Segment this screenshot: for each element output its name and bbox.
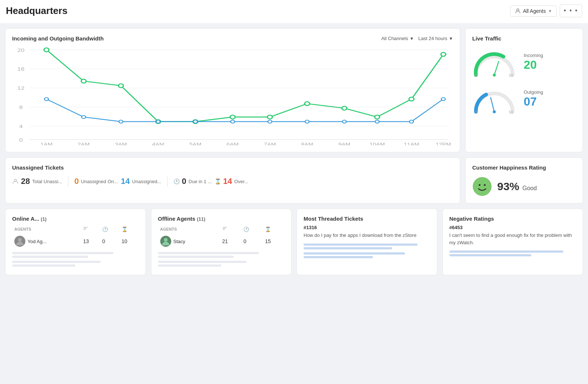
outgoing-value: 07: [524, 95, 576, 109]
unassigned-count: 14: [121, 177, 130, 186]
svg-line-53: [491, 97, 494, 112]
channels-filter-button[interactable]: All Channels ▼: [381, 36, 414, 41]
outgoing-gauge: 0 50: [472, 84, 516, 114]
offline-agents-title: Offline Agents (11): [158, 216, 285, 222]
offline-agent-name-cell: Stacy: [158, 234, 220, 249]
time-filter-button[interactable]: Last 24 hours ▼: [418, 36, 453, 41]
due-stat: 🕐 0 Due in 1 ...: [173, 177, 212, 186]
unassigned-stat: 14 Unassigned...: [121, 177, 161, 186]
online-agent-tickets: 13: [81, 234, 100, 249]
svg-text:2AM: 2AM: [78, 142, 90, 145]
online-agent-over: 10: [119, 234, 139, 249]
online-agent-due: 0: [100, 234, 119, 249]
offline-agent-avatar: [160, 236, 171, 247]
offline-agents-col-header: AGENTS: [158, 225, 220, 234]
svg-point-57: [14, 179, 17, 181]
svg-point-60: [484, 184, 486, 186]
skeleton-11: [304, 252, 405, 255]
svg-point-62: [164, 238, 168, 242]
svg-point-40: [156, 120, 160, 123]
outgoing-gauge-section: 0 50 Outgoing 07: [472, 84, 576, 114]
happiness-card: Customer Happiness Rating 93% Good: [465, 157, 583, 203]
incoming-gauge: 0 50: [472, 47, 516, 77]
online-agent-name: Yod Ag...: [28, 239, 47, 244]
svg-point-38: [82, 115, 86, 118]
agents-col-header: AGENTS: [12, 225, 81, 234]
svg-point-35: [409, 97, 414, 101]
svg-point-27: [118, 84, 123, 88]
skeleton-8: [158, 264, 221, 267]
offline-hourglass-icon: ⌛: [265, 227, 271, 232]
outgoing-gauge-info: Outgoing 07: [524, 89, 576, 109]
online-agent-name-cell: Yod Ag...: [12, 234, 81, 249]
happiness-content: 93% Good: [472, 177, 576, 196]
svg-text:11AM: 11AM: [404, 142, 419, 145]
skeleton-4: [12, 264, 75, 267]
more-options-button[interactable]: • • •: [560, 4, 582, 17]
dashboard-grid: Incoming and Outgoing Bandwidth All Chan…: [0, 23, 588, 280]
unassigned-title: Unassigned Tickets: [12, 164, 453, 171]
time-label: Last 24 hours: [418, 36, 447, 41]
svg-point-0: [517, 9, 519, 11]
online-agent-row: Yod Ag... 13 0 10: [12, 234, 139, 249]
incoming-value: 20: [524, 58, 576, 72]
bandwidth-filters: All Channels ▼ Last 24 hours ▼: [381, 36, 453, 41]
svg-text:16: 16: [17, 66, 24, 72]
bandwidth-title: Incoming and Outgoing Bandwidth: [12, 35, 104, 42]
offline-agents-col-label: AGENTS: [160, 227, 177, 231]
incoming-gauge-info: Incoming 20: [524, 53, 576, 72]
live-traffic-card: Live Traffic 0 50 Incoming: [465, 28, 583, 152]
svg-text:7AM: 7AM: [264, 142, 276, 145]
skeleton-1: [12, 252, 114, 254]
skeleton-10: [304, 247, 392, 249]
unassigned-on-label: Unassigned On...: [81, 179, 118, 184]
hourglass-th-icon: ⌛: [122, 227, 128, 232]
bottom-grid: Online A... (1) AGENTS: [5, 209, 583, 275]
ticket-col-header: [81, 225, 100, 234]
offline-ticket-icon: [222, 226, 227, 231]
svg-point-61: [18, 238, 22, 242]
svg-text:10AM: 10AM: [369, 142, 385, 145]
offline-agent-row: Stacy 21 0 15: [158, 234, 285, 249]
all-agents-button[interactable]: All Agents ▼: [510, 6, 557, 17]
bandwidth-chart: 20 16 12 8 4 0 1AM 2AM 3AM 4AM 5AM 6AM: [12, 46, 453, 145]
skeleton-14: [449, 254, 532, 256]
clock-icon: 🕐: [173, 178, 180, 184]
tickets-stats-row: 28 Total Unassi... 0 Unassigned On... 14…: [12, 176, 453, 187]
offline-agent-tickets: 21: [220, 234, 241, 249]
svg-text:3AM: 3AM: [115, 142, 127, 145]
over-stat: ⌛ 14 Over...: [215, 177, 248, 186]
svg-text:0: 0: [475, 110, 477, 114]
hourglass-icon: ⌛: [215, 178, 221, 184]
happiness-title: Customer Happiness Rating: [472, 164, 576, 171]
svg-text:5AM: 5AM: [189, 142, 201, 145]
online-agent-avatar: [14, 236, 25, 247]
due-label: Due in 1 ...: [189, 179, 212, 184]
incoming-gauge-section: 0 50 Incoming 20: [472, 47, 576, 77]
svg-text:4: 4: [19, 124, 23, 129]
happiness-label: Good: [523, 185, 537, 191]
svg-text:50: 50: [509, 74, 513, 77]
bandwidth-chart-svg: 20 16 12 8 4 0 1AM 2AM 3AM 4AM 5AM 6AM: [12, 46, 453, 145]
more-icon: • • •: [564, 7, 578, 14]
negative-rating-desc: I can't seem to find a good enough fix f…: [449, 232, 576, 246]
svg-text:50: 50: [509, 110, 513, 114]
smiley-icon: [472, 177, 492, 196]
svg-point-31: [268, 115, 272, 119]
svg-text:4AM: 4AM: [152, 142, 164, 145]
offline-agents-card: Offline Agents (11) AGENTS 🕐: [151, 209, 292, 275]
skeleton-6: [158, 256, 234, 258]
unassigned-online-stat: 0 Unassigned On...: [74, 177, 118, 186]
svg-text:12: 12: [17, 85, 24, 91]
agents-icon: [12, 178, 19, 185]
svg-point-36: [441, 53, 446, 56]
svg-text:8AM: 8AM: [301, 142, 313, 145]
svg-point-25: [44, 48, 49, 51]
unassigned-on-count: 0: [74, 177, 79, 186]
happiness-percentage: 93% Good: [497, 180, 537, 193]
outgoing-label: Outgoing: [524, 89, 576, 95]
svg-point-54: [493, 110, 496, 113]
online-agents-table: AGENTS 🕐 ⌛: [12, 225, 139, 249]
svg-point-48: [441, 97, 445, 100]
svg-point-30: [230, 115, 235, 119]
